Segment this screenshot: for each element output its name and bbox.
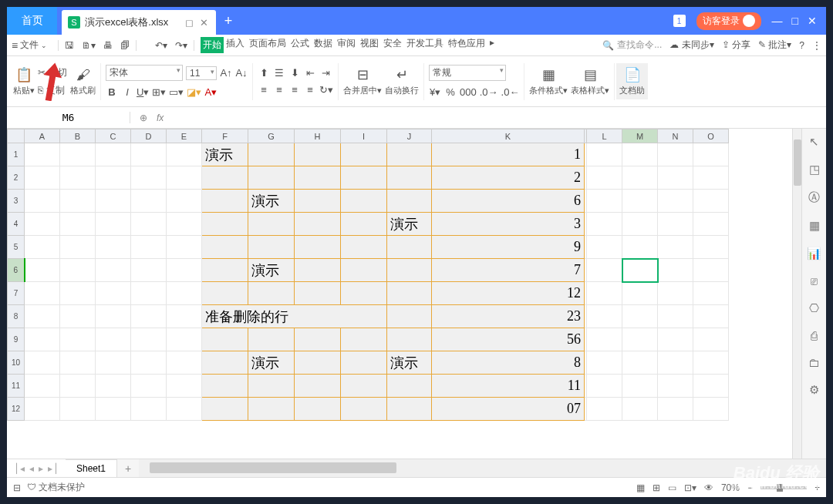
view-page-icon[interactable]: ⊞ <box>653 482 660 493</box>
col-header[interactable]: J <box>387 129 432 143</box>
cell[interactable] <box>131 236 167 259</box>
tab-review[interactable]: 审阅 <box>335 37 358 53</box>
cell[interactable] <box>387 375 432 398</box>
col-header[interactable]: K <box>432 129 585 143</box>
cell[interactable] <box>341 398 387 421</box>
cell[interactable] <box>587 282 622 305</box>
cell[interactable] <box>60 351 96 375</box>
row-header[interactable]: 10 <box>8 351 25 375</box>
cell[interactable] <box>202 282 248 305</box>
cell[interactable] <box>25 166 60 190</box>
cancel-fx-icon[interactable]: ⊕ <box>140 113 147 123</box>
row-header[interactable]: 6 <box>8 259 25 282</box>
cell[interactable] <box>693 166 729 190</box>
vertical-scrollbar[interactable] <box>792 129 801 459</box>
cell[interactable] <box>25 375 60 398</box>
orientation-icon[interactable]: ↻▾ <box>319 84 333 96</box>
cell[interactable] <box>60 166 96 190</box>
tab-formula[interactable]: 公式 <box>288 37 312 53</box>
cell[interactable] <box>131 259 167 282</box>
cell[interactable]: 演示 <box>248 259 295 282</box>
cell[interactable] <box>131 143 167 166</box>
cell[interactable] <box>295 166 341 190</box>
cell[interactable] <box>341 328 387 351</box>
highlight-icon[interactable]: ◪▾ <box>187 86 201 98</box>
cell[interactable] <box>622 213 658 236</box>
cell[interactable] <box>622 398 658 421</box>
maximize-icon[interactable]: □ <box>792 15 798 27</box>
cell[interactable] <box>96 259 131 282</box>
cell[interactable] <box>658 213 693 236</box>
cell[interactable] <box>387 259 432 282</box>
component-icon[interactable]: ▦ <box>809 219 820 233</box>
indent-dec-icon[interactable]: ⇤ <box>304 67 316 79</box>
align-left-icon[interactable]: ≡ <box>258 84 270 96</box>
bold-icon[interactable]: B <box>106 86 118 98</box>
cell[interactable] <box>658 236 693 259</box>
file-menu[interactable]: ≡ 文件 ⌄ <box>12 39 47 52</box>
align-top-icon[interactable]: ⬆ <box>258 67 270 79</box>
col-header[interactable]: B <box>60 129 96 143</box>
command-search[interactable]: 🔍 查找命令... <box>602 39 662 52</box>
cell[interactable] <box>622 190 658 213</box>
status-list-icon[interactable]: ⊟ <box>13 482 21 493</box>
view-reading-icon[interactable]: ▭ <box>668 482 676 493</box>
cell[interactable] <box>622 236 658 259</box>
zoom-slider[interactable] <box>760 486 807 489</box>
col-header[interactable]: G <box>248 129 295 143</box>
name-box-input[interactable] <box>13 112 123 123</box>
tab-view[interactable]: 视图 <box>358 37 381 53</box>
cell[interactable] <box>248 398 295 421</box>
cell[interactable] <box>167 236 202 259</box>
horizontal-scrollbar[interactable] <box>139 459 826 477</box>
cell[interactable] <box>96 236 131 259</box>
cell[interactable] <box>587 143 622 166</box>
undo-icon[interactable]: ↶▾ <box>155 40 167 51</box>
cell[interactable] <box>693 328 729 351</box>
print-icon[interactable]: 🖶 <box>103 40 113 51</box>
cell[interactable] <box>693 351 729 375</box>
cell[interactable] <box>96 328 131 351</box>
row-header[interactable]: 12 <box>8 398 25 421</box>
font-shrink-icon[interactable]: A↓ <box>235 67 248 79</box>
cut-button[interactable]: ✂ 剪切 <box>38 66 67 79</box>
row-header[interactable]: 5 <box>8 236 25 259</box>
cell[interactable] <box>96 375 131 398</box>
cell[interactable] <box>131 213 167 236</box>
cell[interactable] <box>693 305 729 328</box>
name-box[interactable] <box>7 112 130 123</box>
cell[interactable] <box>131 351 167 375</box>
cell[interactable] <box>295 398 341 421</box>
percent-icon[interactable]: % <box>444 86 457 98</box>
cell[interactable] <box>131 282 167 305</box>
cell[interactable] <box>587 375 622 398</box>
number-format-select[interactable]: 常规 <box>429 65 506 81</box>
cell[interactable] <box>622 259 658 282</box>
tool-icon[interactable]: 🗀 <box>808 356 820 369</box>
cell[interactable] <box>25 143 60 166</box>
cell[interactable] <box>387 282 432 305</box>
cell[interactable] <box>693 213 729 236</box>
cell[interactable] <box>341 236 387 259</box>
cell[interactable]: 56 <box>432 328 585 351</box>
cell[interactable] <box>387 398 432 421</box>
cell[interactable] <box>295 282 341 305</box>
cell[interactable] <box>387 143 432 166</box>
cell[interactable]: 9 <box>432 236 585 259</box>
cell[interactable] <box>622 282 658 305</box>
comment-button[interactable]: ✎ 批注▾ <box>758 39 791 52</box>
cell[interactable] <box>60 282 96 305</box>
help-icon[interactable]: ? <box>799 40 804 51</box>
cell[interactable] <box>295 375 341 398</box>
cell[interactable] <box>587 328 622 351</box>
zoom-level[interactable]: 70% <box>721 482 740 493</box>
cell[interactable] <box>167 282 202 305</box>
share-button[interactable]: ⇪ 分享 <box>722 39 750 52</box>
fill-color-icon[interactable]: ▭▾ <box>169 86 184 98</box>
font-size-select[interactable]: 11 <box>186 66 217 80</box>
cell[interactable] <box>167 166 202 190</box>
notification-badge[interactable]: 1 <box>673 15 686 27</box>
decimal-inc-icon[interactable]: .0→ <box>480 86 498 98</box>
border-icon[interactable]: ⊞▾ <box>152 86 166 98</box>
cell[interactable] <box>693 282 729 305</box>
